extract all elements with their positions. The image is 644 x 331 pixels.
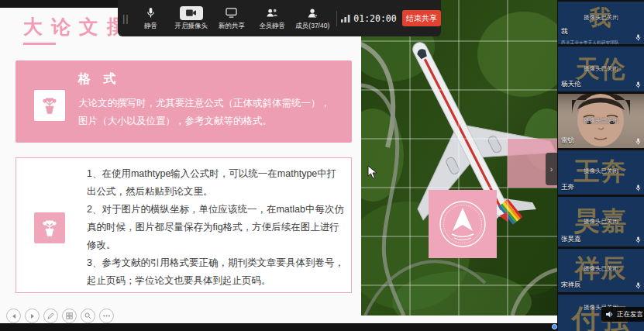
- members-label: 成员(37/40): [295, 22, 329, 31]
- notification-dot: [552, 324, 557, 329]
- all-slides-button[interactable]: [62, 309, 77, 323]
- microphone-icon: [146, 6, 156, 20]
- member-icon: [308, 6, 318, 20]
- next-slide-button[interactable]: [25, 309, 40, 323]
- mic-muted-icon: [635, 236, 641, 243]
- participant-name: 杨天伦: [561, 80, 581, 89]
- speaking-label: 正在发言: [617, 310, 643, 319]
- format-box-body: 大论文的撰写时，尤其要注意公式（正体或斜体需统一），图片（大小以及位置），参考文…: [78, 95, 339, 130]
- mic-muted-icon: [635, 184, 641, 191]
- ellipsis-icon: [103, 315, 110, 317]
- signal-bars-icon: [341, 14, 350, 22]
- camera-off-label: 摄像头已关闭: [558, 265, 644, 273]
- participant-tile[interactable]: 天伦 摄像头已关闭 杨天伦: [558, 47, 644, 91]
- title-underline: [23, 43, 56, 45]
- people-icon: [266, 6, 278, 20]
- tips-box: 1、在使用mathtype输入公式时，可以统一在mathtype中打出公式，然后…: [15, 157, 352, 293]
- arrow-right-icon: [29, 313, 36, 319]
- participant-name: 张昊嘉: [561, 235, 581, 244]
- screen-share-icon: [226, 6, 237, 20]
- mic-muted-icon: [635, 81, 641, 88]
- participant-name: 我: [561, 27, 568, 36]
- camera-off-label: 摄像头已关闭: [558, 117, 644, 125]
- mouse-cursor: [367, 165, 378, 179]
- toolbar-drag-handle[interactable]: ||: [121, 12, 131, 24]
- magnifier-icon: [84, 312, 91, 319]
- flower-pot-icon: [34, 90, 65, 121]
- slide-photo-airplane-aerial: [361, 0, 557, 315]
- university-logo-stamp: [429, 190, 497, 258]
- tip-item-3: 3、参考文献的引用格式要正确，期刊类文章要具体到卷号，起止页码；学位论文也要具体…: [87, 254, 346, 290]
- slide-grid-icon: [66, 312, 73, 319]
- mute-label: 静音: [144, 22, 157, 31]
- tip-item-1: 1、在使用mathtype输入公式时，可以统一在mathtype中打出公式，然后…: [87, 165, 346, 201]
- mute-all-button[interactable]: 全员静音: [252, 2, 292, 36]
- meeting-window: 大论文撰写 格 式 大论文的撰写时，尤其要注意公式（正体或斜体需统一），图片（大…: [0, 0, 644, 331]
- camera-off-label: 摄像头已关闭: [558, 65, 644, 73]
- camera-off-label: 摄像头已关闭: [558, 14, 644, 22]
- sidebar-collapse-button[interactable]: ›: [546, 153, 557, 185]
- camera-off-label: 摄像头已关闭: [558, 218, 644, 226]
- participant-tile[interactable]: 昊嘉 摄像头已关闭 张昊嘉: [558, 197, 644, 247]
- pen-icon: [47, 312, 54, 319]
- participant-tile[interactable]: 王奔 摄像头已关闭 王奔: [558, 150, 644, 195]
- zoom-slide-button[interactable]: [81, 309, 95, 323]
- previous-slide-button[interactable]: [6, 309, 21, 323]
- meeting-toolbar: || 静音 开启摄像头 新的共享 全员静音: [118, 0, 441, 36]
- bottom-strip: [0, 323, 644, 331]
- participant-tile[interactable]: 祥辰 摄像头已关闭 宋祥辰: [558, 249, 644, 292]
- new-share-label: 新的共享: [219, 22, 245, 31]
- speaking-toast: 正在发言: [601, 307, 644, 322]
- camera-button[interactable]: 开启摄像头: [171, 2, 212, 36]
- format-box: 格 式 大论文的撰写时，尤其要注意公式（正体或斜体需统一），图片（大小以及位置）…: [15, 60, 352, 143]
- mute-all-label: 全员静音: [259, 22, 285, 31]
- meeting-timer: 01:20:00: [353, 13, 396, 24]
- camera-label: 开启摄像头: [175, 22, 208, 31]
- participant-name: 王奔: [561, 183, 574, 192]
- mute-button[interactable]: 静音: [131, 2, 171, 36]
- camera-off-label: 摄像头已关闭: [558, 167, 644, 175]
- members-button[interactable]: 成员(37/40): [292, 2, 332, 36]
- mic-muted-icon: [635, 34, 641, 41]
- mic-muted-icon: [635, 138, 641, 145]
- speaker-icon: [606, 311, 614, 318]
- tip-item-2: 2、对于图片的横纵坐标，单位应该统一，在matlab中每次仿真的时候，图片都尽量…: [87, 201, 346, 254]
- participant-name: 宋祥辰: [561, 281, 581, 290]
- participant-tile-video[interactable]: 摄像头已关闭 雷钫: [558, 94, 644, 148]
- participant-name: 雷钫: [561, 136, 574, 146]
- chevron-right-icon: ›: [550, 164, 553, 174]
- toolbar-separator: [336, 11, 337, 26]
- flower-pot-icon: [34, 212, 65, 243]
- new-share-button[interactable]: 新的共享: [212, 2, 252, 36]
- format-box-heading: 格 式: [78, 71, 120, 88]
- pen-annotate-button[interactable]: [43, 309, 58, 323]
- mic-muted-icon: [635, 282, 641, 289]
- participants-sidebar: 我 摄像头已关闭 我 西北工业大学无人机研究团队 天伦 摄像头已关闭 杨天伦: [557, 0, 644, 331]
- more-options-button[interactable]: [99, 309, 114, 323]
- arrow-left-icon: [11, 313, 17, 319]
- participant-tile-me[interactable]: 我 摄像头已关闭 我 西北工业大学无人机研究团队: [558, 2, 644, 44]
- presentation-controls: [6, 309, 114, 323]
- camera-icon: [180, 6, 203, 20]
- participant-org: 西北工业大学无人机研究团队: [561, 40, 619, 44]
- end-share-button[interactable]: 结束共享: [402, 10, 441, 26]
